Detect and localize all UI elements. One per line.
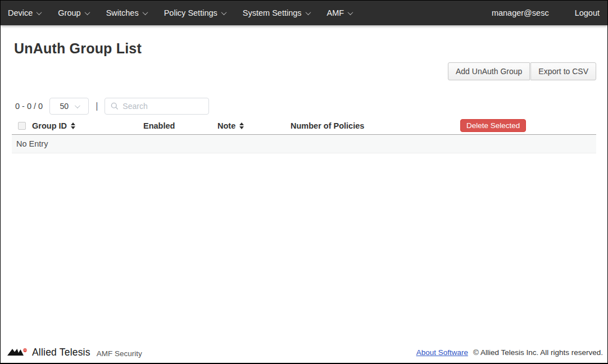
main-content: UnAuth Group List Add UnAuth Group Expor…	[1, 25, 607, 345]
chevron-down-icon	[84, 10, 90, 15]
column-label: Note	[217, 121, 235, 130]
select-all-checkbox[interactable]	[18, 122, 26, 130]
product-name: AMF Security	[97, 349, 142, 358]
nav-item-label: Switches	[106, 8, 139, 17]
brand-name: Allied Telesis	[32, 347, 90, 358]
page-size-value: 50	[60, 102, 69, 111]
copyright-text: © Allied Telesis Inc. All rights reserve…	[473, 348, 603, 357]
sort-icon[interactable]	[239, 122, 244, 129]
logout-button[interactable]: Logout	[575, 8, 600, 17]
column-label: Enabled	[143, 121, 175, 130]
column-header-group-id[interactable]: Group ID	[32, 121, 143, 130]
toolbar: Add UnAuth Group Export to CSV	[12, 62, 596, 80]
logged-in-user: manager@sesc	[492, 8, 549, 17]
chevron-down-icon	[305, 10, 311, 15]
column-header-enabled: Enabled	[143, 121, 217, 130]
allied-telesis-logo-icon	[7, 348, 29, 357]
chevron-down-icon	[221, 10, 226, 15]
add-unauth-group-button[interactable]: Add UnAuth Group	[448, 62, 530, 80]
nav-item-device[interactable]: Device	[8, 8, 41, 17]
nav-item-label: Group	[58, 8, 80, 17]
nav-item-group[interactable]: Group	[58, 8, 89, 17]
nav-item-label: System Settings	[243, 8, 302, 17]
nav-item-label: Device	[8, 8, 33, 17]
about-software-link[interactable]: About Software	[416, 348, 468, 357]
top-navbar: Device Group Switches Policy Settings Sy…	[1, 1, 607, 25]
controls-separator: |	[96, 101, 98, 111]
page-title: UnAuth Group List	[14, 40, 596, 57]
footer-legal-area: About Software © Allied Telesis Inc. All…	[416, 348, 603, 357]
search-box	[105, 98, 209, 115]
chevron-down-icon	[75, 103, 80, 108]
column-label: Group ID	[32, 121, 67, 130]
nav-item-switches[interactable]: Switches	[106, 8, 147, 17]
app-window: Device Group Switches Policy Settings Sy…	[0, 0, 608, 364]
nav-item-label: Policy Settings	[164, 8, 217, 17]
delete-selected-button[interactable]: Delete Selected	[460, 119, 526, 132]
pagination-range: 0 - 0 / 0	[15, 102, 43, 111]
search-input[interactable]	[122, 102, 203, 111]
table-empty-row: No Entry	[12, 135, 596, 153]
footer-brand-area: Allied Telesis AMF Security	[7, 347, 142, 358]
select-all-cell	[12, 122, 32, 130]
column-label: Number of Policies	[291, 121, 364, 130]
sort-icon[interactable]	[71, 122, 75, 129]
chevron-down-icon	[142, 10, 148, 15]
column-header-number-of-policies: Number of Policies	[291, 121, 460, 130]
nav-item-policy-settings[interactable]: Policy Settings	[164, 8, 226, 17]
page-size-select[interactable]: 50	[49, 98, 89, 115]
nav-item-amf[interactable]: AMF	[327, 8, 353, 17]
table-actions-cell: Delete Selected	[460, 119, 596, 132]
list-controls: 0 - 0 / 0 50 |	[15, 98, 596, 115]
empty-row-text: No Entry	[16, 139, 48, 148]
nav-item-system-settings[interactable]: System Settings	[243, 8, 310, 17]
chevron-down-icon	[37, 10, 42, 15]
search-icon	[111, 102, 119, 110]
export-to-csv-button[interactable]: Export to CSV	[530, 62, 596, 80]
column-header-note[interactable]: Note	[217, 121, 291, 130]
footer: Allied Telesis AMF Security About Softwa…	[1, 345, 607, 363]
table-header-row: Group ID Enabled Note Number of Policies…	[12, 120, 596, 135]
chevron-down-icon	[348, 10, 353, 15]
nav-item-label: AMF	[327, 8, 344, 17]
